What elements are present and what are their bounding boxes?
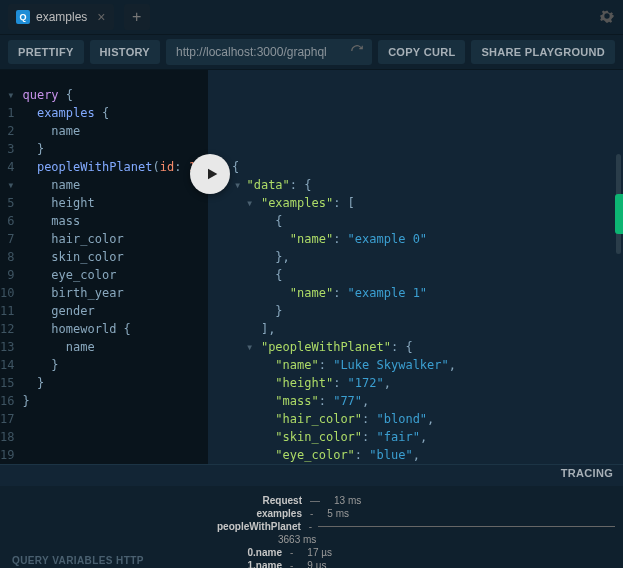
share-playground-button[interactable]: SHARE PLAYGROUND xyxy=(471,40,615,64)
trace-row: examples-5 ms xyxy=(0,507,623,520)
url-input[interactable]: http://localhost:3000/graphql xyxy=(166,39,372,65)
prettify-button[interactable]: PRETTIFY xyxy=(8,40,84,64)
add-tab-button[interactable]: + xyxy=(124,4,150,30)
main-panel: ▾ 1234▾ 5678910111213141516171819 query … xyxy=(0,70,623,464)
line-gutter: ▾ 1234▾ 5678910111213141516171819 xyxy=(0,86,22,464)
bottom-tabs[interactable]: QUERY VARIABLES HTTP xyxy=(12,555,144,566)
topbar: Q examples × + xyxy=(0,0,623,34)
close-icon[interactable]: × xyxy=(97,9,105,25)
trace-row: Request—13 ms xyxy=(0,494,623,507)
tab-examples[interactable]: Q examples × xyxy=(8,4,114,30)
history-button[interactable]: HISTORY xyxy=(90,40,160,64)
toolbar: PRETTIFY HISTORY http://localhost:3000/g… xyxy=(0,34,623,70)
tracing-header[interactable]: TRACING xyxy=(0,464,623,486)
trace-row: peopleWithPlanet- xyxy=(0,520,623,533)
results-panel[interactable]: ▾{▾ "data": {▾ "examples": [ { "name": "… xyxy=(208,70,623,464)
tab-name: examples xyxy=(36,10,87,24)
query-icon: Q xyxy=(16,10,30,24)
gear-icon[interactable] xyxy=(599,8,615,27)
play-button[interactable] xyxy=(190,154,230,194)
query-editor[interactable]: ▾ 1234▾ 5678910111213141516171819 query … xyxy=(0,70,208,464)
code-content[interactable]: query { examples { name } peopleWithPlan… xyxy=(22,86,217,464)
reload-icon[interactable] xyxy=(350,44,364,61)
copy-curl-button[interactable]: COPY CURL xyxy=(378,40,465,64)
url-text: http://localhost:3000/graphql xyxy=(176,45,327,59)
